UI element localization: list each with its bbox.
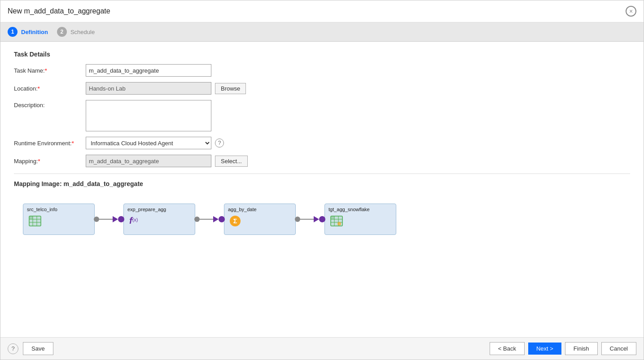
task-name-label: Task Name:* [14,67,86,74]
expr-icon: f(x) [129,216,138,226]
node-src-telco-info: src_telco_info [23,204,95,235]
runtime-env-help-icon[interactable]: ? [215,139,224,147]
tab-schedule-label: Schedule [70,29,95,35]
content-area: Task Details Task Name:* Location:* Brow… [0,42,644,337]
section-divider [14,173,630,174]
bottom-left: ? Save [8,342,53,355]
finish-button[interactable]: Finish [565,342,598,355]
help-button[interactable]: ? [8,343,18,354]
node-exp-label: exp_prepare_agg [127,207,166,212]
runtime-env-row: Runtime Environment:* Informatica Cloud … [14,137,630,149]
description-input[interactable] [86,100,211,131]
connector-3 [296,216,324,222]
description-row: Description: [14,100,630,131]
agg-sigma-icon: Σ [230,216,241,226]
svg-rect-13 [331,216,334,219]
connector-1 [95,216,123,222]
tabs-bar: 1 Definition 2 Schedule [0,22,644,42]
tab-definition-number: 1 [8,27,18,37]
svg-point-14 [337,222,341,226]
next-button[interactable]: Next > [528,343,561,355]
close-button[interactable]: × [626,6,636,17]
task-name-input[interactable] [86,64,211,77]
tab-definition[interactable]: 1 Definition [8,27,48,37]
connector-2 [195,216,224,222]
back-button[interactable]: < Back [490,342,525,355]
agg-icon: Σ [230,216,241,226]
task-details-title: Task Details [14,51,630,58]
mapping-image-section: Mapping Image: m_add_data_to_aggregate s… [14,180,630,244]
tab-schedule[interactable]: 2 Schedule [57,27,95,37]
title-bar: New m_add_data_to_aggregate × [0,0,644,22]
node-tgt-label: tgt_agg_snowflake [329,207,370,212]
location-label: Location:* [14,85,86,92]
mapping-label: Mapping:* [14,158,86,165]
mapping-image-title: Mapping Image: m_add_data_to_aggregate [14,180,630,187]
node-agg-label: agg_by_date [228,207,257,212]
tgt-grid-icon [330,216,343,228]
src-grid-icon [29,216,41,228]
mapping-select-button[interactable]: Select... [215,156,248,167]
location-input [86,82,211,95]
description-label: Description: [14,100,86,108]
mapping-input [86,155,211,167]
location-row: Location:* Browse [14,82,630,95]
task-name-row: Task Name:* [14,64,630,77]
runtime-env-label: Runtime Environment:* [14,140,86,147]
window-title: New m_add_data_to_aggregate [8,7,110,15]
save-button[interactable]: Save [23,342,53,355]
svg-rect-6 [29,216,33,219]
cancel-button[interactable]: Cancel [601,342,636,355]
mapping-row: Mapping:* Select... [14,155,630,167]
browse-button[interactable]: Browse [215,83,246,94]
tab-schedule-number: 2 [57,27,67,37]
node-agg-by-date: agg_by_date Σ [224,204,296,235]
tab-definition-label: Definition [21,29,48,35]
main-window: New m_add_data_to_aggregate × 1 Definiti… [0,0,644,360]
node-src-label: src_telco_info [27,207,57,212]
mapping-canvas: src_telco_info [14,195,630,244]
bottom-right: < Back Next > Finish Cancel [490,342,636,355]
runtime-env-select[interactable]: Informatica Cloud Hosted Agent [86,137,211,149]
node-tgt-agg-snowflake: tgt_agg_snowflake [324,204,396,235]
node-exp-prepare-agg: exp_prepare_agg f(x) [123,204,195,235]
bottom-bar: ? Save < Back Next > Finish Cancel [0,337,644,360]
